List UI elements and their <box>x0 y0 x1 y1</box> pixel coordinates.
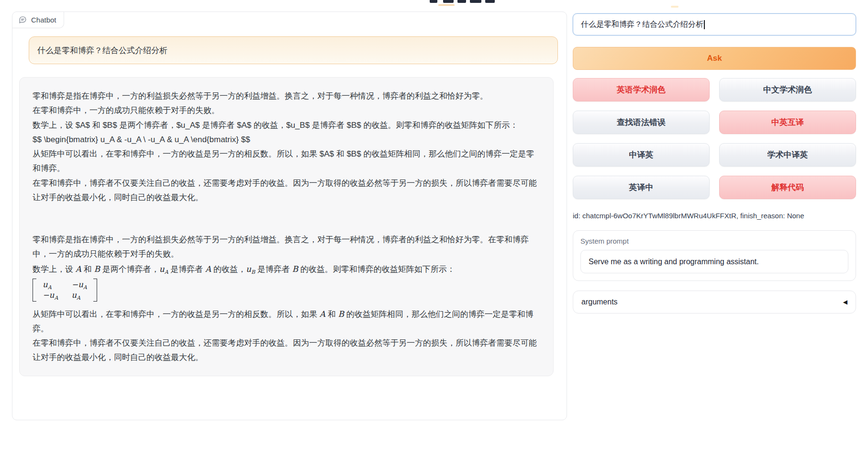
arguments-accordion[interactable]: arguments ◀ <box>573 291 856 314</box>
matrix-cell: −uA <box>71 280 87 290</box>
paragraph-gap <box>33 205 540 233</box>
system-prompt-label: System prompt <box>580 237 848 245</box>
question-input-value: 什么是零和博弈？结合公式介绍分析 <box>581 20 703 30</box>
bot-rendered-paragraph: 在零和博弈中，博弈者不仅要关注自己的收益，还需要考虑对手的收益。因为一方取得的收… <box>33 336 540 365</box>
quick-button-chinese-polish[interactable]: 中文学术润色 <box>719 78 856 101</box>
chatbot-panel: Chatbot 什么是零和博弈？结合公式介绍分析 零和博弈是指在博弈中，一方的利… <box>12 11 567 420</box>
quick-action-grid: 英语学术润色 中文学术润色 查找语法错误 中英互译 中译英 学术中译英 英译中 … <box>573 78 856 199</box>
bot-raw-line: 数学上，设 $A$ 和 $B$ 是两个博弈者，$u_A$ 是博弈者 $A$ 的收… <box>33 118 540 133</box>
system-prompt-group: System prompt Serve me as a writing and … <box>573 230 856 281</box>
control-column: 什么是零和博弈？结合公式介绍分析 Ask 英语学术润色 中文学术润色 查找语法错… <box>573 13 856 314</box>
bot-raw-line: 在零和博弈中，一方的成功只能依赖于对手的失败。 <box>33 103 540 118</box>
bot-rendered-paragraph: 数学上，设 A 和 B 是两个博弈者，uA 是博弈者 A 的收益，uB 是博弈者… <box>33 262 540 277</box>
user-message-text: 什么是零和博弈？结合公式介绍分析 <box>37 45 167 56</box>
bot-rendered-paragraph: 从矩阵中可以看出，在零和博弈中，一方的收益是另一方的相反数。所以，如果 A 和 … <box>33 307 540 337</box>
bot-rendered-paragraph: 零和博弈是指在博弈中，一方的利益损失必然等于另一方的利益增益。换言之，对于每一种… <box>33 233 540 262</box>
quick-button-english-polish[interactable]: 英语学术润色 <box>573 78 710 101</box>
accordion-collapsed-triangle-icon[interactable]: ◀ <box>843 299 847 305</box>
quick-button-en-to-zh[interactable]: 英译中 <box>573 176 710 199</box>
payoff-matrix: uA−uA−uAuA <box>33 279 97 302</box>
quick-button-explain-code[interactable]: 解释代码 <box>719 176 856 199</box>
quick-button-zh-to-en[interactable]: 中译英 <box>573 143 710 167</box>
matrix-cell: −uA <box>43 290 58 301</box>
matrix-cell: uA <box>71 290 87 301</box>
system-prompt-input[interactable]: Serve me as a writing and programming as… <box>580 250 848 273</box>
bot-raw-line: 在零和博弈中，博弈者不仅要关注自己的收益，还需要考虑对手的收益。因为一方取得的收… <box>33 176 540 205</box>
completion-id-status: id: chatcmpl-6wOo7KrYTwMl89lbrMWRu4UkFFX… <box>573 212 856 220</box>
quick-button-find-grammar-errors[interactable]: 查找语法错误 <box>573 111 710 134</box>
question-input[interactable]: 什么是零和博弈？结合公式介绍分析 <box>573 13 856 35</box>
arguments-accordion-label: arguments <box>581 298 618 306</box>
bot-raw-line: 零和博弈是指在博弈中，一方的利益损失必然等于另一方的利益增益。换言之，对于每一种… <box>33 89 540 103</box>
bot-rendered-math-block: 零和博弈是指在博弈中，一方的利益损失必然等于另一方的利益增益。换言之，对于每一种… <box>33 233 540 365</box>
title-underline-fragment <box>438 4 455 6</box>
bot-raw-latex-line: $$ \begin{bmatrix} u_A & -u_A \ -u_A & u… <box>33 133 540 147</box>
text-caret <box>704 20 705 29</box>
title-decoration-fragment <box>671 6 679 8</box>
chatbot-panel-label-text: Chatbot <box>31 16 56 24</box>
user-message-bubble: 什么是零和博弈？结合公式介绍分析 <box>29 36 558 64</box>
bot-message-bubble: 零和博弈是指在博弈中，一方的利益损失必然等于另一方的利益增益。换言之，对于每一种… <box>19 77 554 376</box>
clipped-page-title-fragment <box>430 0 497 3</box>
ask-button-label: Ask <box>707 54 722 63</box>
system-prompt-value: Serve me as a writing and programming as… <box>589 258 759 266</box>
quick-button-academic-zh-to-en[interactable]: 学术中译英 <box>719 143 856 167</box>
chat-bubble-icon <box>19 16 27 24</box>
bot-raw-markdown-block: 零和博弈是指在博弈中，一方的利益损失必然等于另一方的利益增益。换言之，对于每一种… <box>33 89 540 205</box>
matrix-cell: uA <box>43 280 58 290</box>
ask-button[interactable]: Ask <box>573 47 856 70</box>
bot-raw-line: 从矩阵中可以看出，在零和博弈中，一方的收益是另一方的相反数。所以，如果 $A$ … <box>33 147 540 176</box>
quick-button-zh-en-translate[interactable]: 中英互译 <box>719 111 856 134</box>
chatbot-panel-label: Chatbot <box>12 12 64 28</box>
